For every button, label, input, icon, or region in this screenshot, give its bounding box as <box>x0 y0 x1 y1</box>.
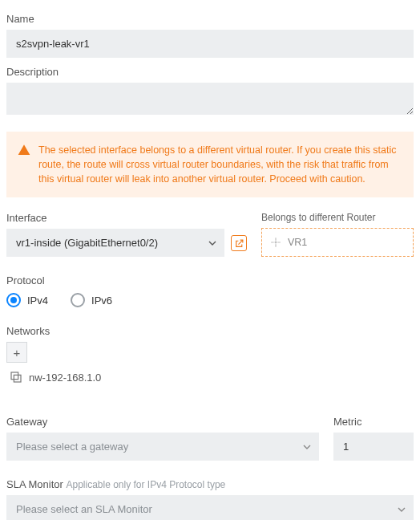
sla-label: SLA Monitor <box>6 478 63 490</box>
metric-input[interactable] <box>333 433 414 461</box>
network-item-label: nw-192-168.1.0 <box>29 372 101 384</box>
sla-placeholder: Please select an SLA Monitor <box>16 503 152 515</box>
belongs-to-router-value: VR1 <box>288 237 307 248</box>
add-network-button[interactable]: + <box>6 342 27 363</box>
router-icon <box>270 237 281 248</box>
name-input[interactable] <box>6 30 414 58</box>
protocol-ipv6-radio[interactable]: IPv6 <box>71 293 112 307</box>
description-label: Description <box>6 66 414 78</box>
protocol-label: Protocol <box>6 274 414 286</box>
warning-banner: The selected interface belongs to a diff… <box>6 132 414 197</box>
sla-note: Applicable only for IPv4 Protocol type <box>66 479 225 490</box>
protocol-ipv4-radio[interactable]: IPv4 <box>6 293 48 307</box>
gateway-select[interactable]: Please select a gateway <box>6 433 319 461</box>
sla-monitor-select[interactable]: Please select an SLA Monitor <box>6 495 414 520</box>
svg-rect-1 <box>11 372 18 380</box>
svg-rect-2 <box>14 376 21 383</box>
name-label: Name <box>6 13 414 25</box>
belongs-to-label: Belongs to different Router <box>261 212 414 223</box>
interface-value: vr1-inside (GigabitEthernet0/2) <box>16 237 158 249</box>
description-textarea[interactable] <box>6 83 414 115</box>
warning-text: The selected interface belongs to a diff… <box>38 143 401 186</box>
chevron-down-icon <box>303 443 311 451</box>
svg-point-0 <box>275 242 277 244</box>
gateway-placeholder: Please select a gateway <box>16 441 128 453</box>
gateway-label: Gateway <box>6 416 319 428</box>
protocol-radio-group: IPv4 IPv6 <box>6 293 414 307</box>
networks-label: Networks <box>6 325 414 337</box>
open-external-icon[interactable] <box>231 235 247 251</box>
warning-triangle-icon <box>18 144 30 156</box>
protocol-ipv4-label: IPv4 <box>27 295 48 307</box>
radio-icon <box>6 293 21 307</box>
interface-select[interactable]: vr1-inside (GigabitEthernet0/2) <box>6 229 224 257</box>
protocol-ipv6-label: IPv6 <box>91 295 112 307</box>
chevron-down-icon <box>208 239 216 247</box>
interface-label: Interface <box>6 212 247 224</box>
network-stack-icon <box>10 371 22 384</box>
radio-icon <box>71 293 85 307</box>
sla-label-row: SLA Monitor Applicable only for IPv4 Pro… <box>6 478 414 490</box>
chevron-down-icon <box>398 506 406 514</box>
metric-label: Metric <box>333 416 414 428</box>
belongs-to-router-chip: VR1 <box>261 228 414 257</box>
network-item[interactable]: nw-192-168.1.0 <box>6 363 414 388</box>
